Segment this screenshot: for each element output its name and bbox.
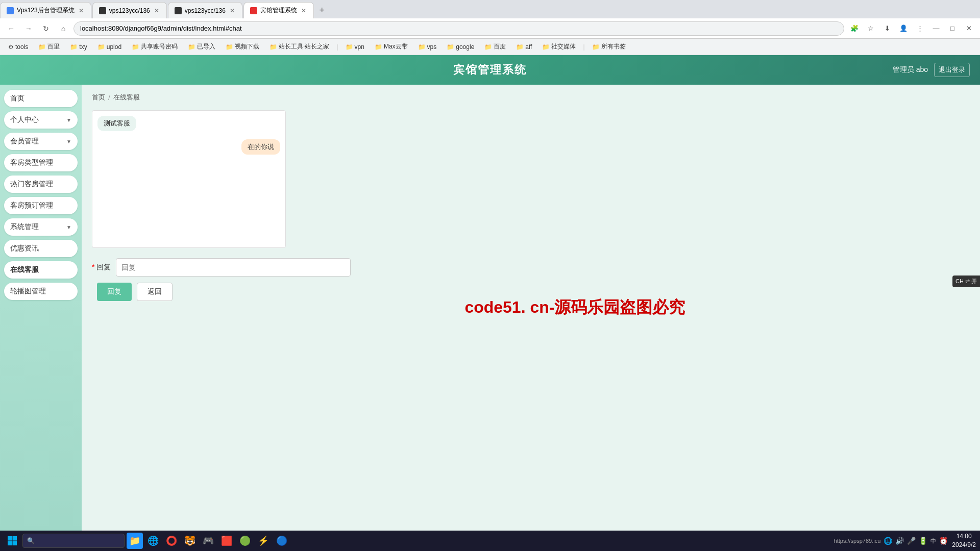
sidebar-item-room-reservations[interactable]: 客房预订管理: [4, 197, 78, 214]
bookmark-separator: |: [335, 43, 339, 51]
bookmark-tools[interactable]: ⚙ tools: [4, 42, 32, 52]
refresh-button[interactable]: ↻: [39, 21, 53, 36]
taskbar-app-app3[interactable]: 🟥: [218, 533, 235, 549]
folder-icon-9: 📁: [375, 43, 382, 51]
staff-bubble: 在的你说: [241, 139, 280, 155]
bookmark-imported[interactable]: 📁 已导入: [184, 41, 219, 53]
sidebar-item-members[interactable]: 会员管理 ▼: [4, 133, 78, 150]
chrome-icon: ⭕: [166, 535, 177, 546]
sidebar-label-carousel: 轮播图管理: [10, 287, 46, 296]
breadcrumb-home[interactable]: 首页: [92, 93, 105, 102]
sidebar-item-discounts[interactable]: 优惠资讯: [4, 240, 78, 257]
submit-reply-button[interactable]: 回复: [97, 283, 132, 301]
tab-close-4[interactable]: ✕: [300, 6, 307, 15]
sidebar-item-carousel[interactable]: 轮播图管理: [4, 283, 78, 300]
clock-time: 14:00: [952, 532, 976, 541]
chat-container[interactable]: 测试客服 在的你说: [92, 110, 286, 248]
breadcrumb-separator: /: [108, 94, 110, 102]
tab-title-2: vps123ycc/136: [109, 7, 150, 14]
windows-icon: [7, 536, 17, 546]
bookmark-uplod[interactable]: 📁 uplod: [93, 42, 126, 52]
chevron-down-icon-2: ▼: [66, 139, 71, 144]
sidebar-item-room-types[interactable]: 客房类型管理: [4, 154, 78, 171]
logout-button[interactable]: 退出登录: [934, 63, 970, 77]
bookmark-social-media[interactable]: 📁 社交媒体: [538, 41, 580, 53]
app-title: 宾馆管理系统: [453, 62, 527, 78]
clock-date: 2024/9/2: [952, 541, 976, 549]
tab-title-4: 宾馆管理系统: [260, 6, 297, 15]
tab-github-1[interactable]: vps123ycc/136 ✕: [92, 2, 167, 18]
back-button[interactable]: ←: [4, 21, 18, 36]
bookmark-folder-baili[interactable]: 📁 百里: [34, 41, 64, 53]
sidebar-label-room-types: 客房类型管理: [10, 158, 53, 167]
taskbar-search[interactable]: 🔍: [22, 534, 125, 548]
chevron-down-icon-1: ▼: [66, 117, 71, 123]
new-tab-button[interactable]: +: [315, 3, 329, 17]
sidebar-label-personal: 个人中心: [10, 115, 39, 124]
address-input[interactable]: [74, 21, 844, 36]
back-button-form[interactable]: 返回: [137, 283, 173, 301]
taskbar-app-chrome2[interactable]: 🔵: [274, 533, 290, 549]
bookmark-all-bookmarks[interactable]: 📁 所有书签: [588, 41, 630, 53]
close-window-button[interactable]: ✕: [962, 21, 976, 36]
tab-vps123[interactable]: Vps123后台管理系统 ✕: [0, 2, 91, 18]
breadcrumb-current: 在线客服: [113, 93, 140, 102]
taskbar-app-edge[interactable]: 🌐: [145, 533, 161, 549]
tab-close-3[interactable]: ✕: [229, 6, 236, 15]
reply-input[interactable]: [116, 258, 351, 277]
taskbar-app-app2[interactable]: 🎮: [200, 533, 216, 549]
sidebar-item-hot-rooms[interactable]: 热门客房管理: [4, 176, 78, 193]
sidebar-item-system[interactable]: 系统管理 ▼: [4, 218, 78, 236]
minimize-button[interactable]: —: [929, 21, 943, 36]
forward-button[interactable]: →: [21, 21, 36, 36]
taskbar-app-app1[interactable]: 🐯: [182, 533, 198, 549]
sidebar-item-personal[interactable]: 个人中心 ▼: [4, 111, 78, 129]
bookmark-webmaster-tools[interactable]: 📁 站长工具·站长之家: [265, 41, 333, 53]
browser-action-buttons: 🧩 ☆ ⬇ 👤 ⋮ — □ ✕: [847, 21, 976, 36]
battery-icon[interactable]: 🔋: [919, 537, 927, 545]
bookmark-baidu[interactable]: 📁 百度: [480, 41, 510, 53]
tab-close-2[interactable]: ✕: [153, 6, 160, 15]
app2-icon: 🎮: [203, 535, 214, 546]
taskbar-app-app4[interactable]: 🟢: [237, 533, 253, 549]
language-icon[interactable]: 中: [930, 537, 936, 545]
sidebar-item-home[interactable]: 首页: [4, 90, 78, 107]
taskbar-app-app5[interactable]: ⚡: [255, 533, 272, 549]
mic-icon[interactable]: 🎤: [907, 537, 916, 545]
speaker-icon[interactable]: 🔊: [895, 537, 904, 545]
tab-close-1[interactable]: ✕: [78, 6, 85, 15]
folder-icon-11: 📁: [447, 43, 454, 51]
bookmarks-bar: ⚙ tools 📁 百里 📁 txy 📁 uplod 📁 共享账号密码 📁 已导…: [0, 39, 980, 55]
maximize-button[interactable]: □: [945, 21, 960, 36]
svg-rect-3: [13, 541, 17, 546]
bookmark-max-cloud[interactable]: 📁 Max云带: [371, 41, 412, 53]
bookmark-video-download[interactable]: 📁 视频下载: [222, 41, 263, 53]
customer-bubble: 测试客服: [97, 116, 136, 131]
menu-button[interactable]: ⋮: [913, 21, 927, 36]
taskbar-app-explorer[interactable]: 📁: [127, 533, 143, 549]
taskbar-app-chrome[interactable]: ⭕: [163, 533, 180, 549]
home-button[interactable]: ⌂: [56, 21, 70, 36]
start-button[interactable]: [4, 533, 20, 549]
search-icon: 🔍: [27, 537, 35, 544]
bookmark-aff[interactable]: 📁 aff: [512, 42, 536, 52]
ch-toggle-button[interactable]: CH ⇌ 开: [952, 276, 980, 287]
bookmark-shared-account[interactable]: 📁 共享账号密码: [128, 41, 182, 53]
bookmark-vpn[interactable]: 📁 vpn: [341, 42, 369, 52]
bookmark-button[interactable]: ☆: [864, 21, 878, 36]
tab-hotel[interactable]: 宾馆管理系统 ✕: [243, 2, 314, 18]
edge-icon: 🌐: [148, 535, 159, 546]
download-button[interactable]: ⬇: [880, 21, 894, 36]
profile-button[interactable]: 👤: [896, 21, 911, 36]
extensions-button[interactable]: 🧩: [847, 21, 862, 36]
sidebar-item-online-service[interactable]: 在线客服: [4, 261, 78, 279]
bookmark-txy[interactable]: 📁 txy: [66, 42, 91, 52]
tab-favicon-1: [7, 7, 14, 14]
folder-icon-2: 📁: [70, 43, 78, 51]
tab-github-2[interactable]: vps123ycc/136 ✕: [168, 2, 242, 18]
folder-icon-7: 📁: [270, 43, 277, 51]
required-marker: *: [92, 263, 94, 271]
bookmark-google[interactable]: 📁 google: [443, 42, 478, 52]
bookmark-vps[interactable]: 📁 vps: [414, 42, 441, 52]
network-icon[interactable]: 🌐: [884, 537, 892, 545]
